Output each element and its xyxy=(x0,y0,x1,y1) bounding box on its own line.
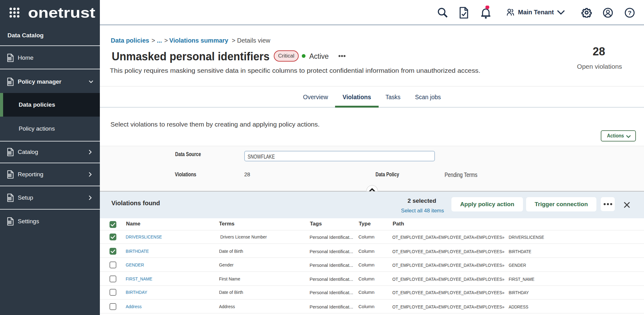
svg-text:?: ? xyxy=(628,10,632,16)
